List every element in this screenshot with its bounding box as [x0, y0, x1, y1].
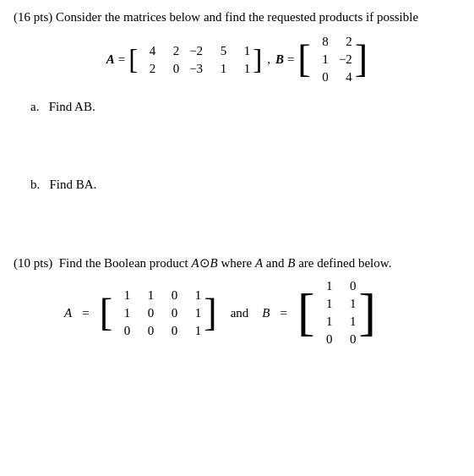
- bracket-left-a: [: [128, 46, 138, 74]
- p2-bracket-left-a: [: [100, 293, 113, 333]
- equals-sign-a: =: [118, 52, 125, 67]
- problem1-header-text: (16 pts) Consider the matrices below and…: [14, 10, 418, 24]
- matrix-a-label: A: [106, 52, 115, 67]
- a-r2c3: −3: [188, 60, 203, 78]
- a-r1c1: 4: [140, 42, 155, 60]
- p2-matrix-a-label: A: [64, 306, 72, 320]
- p2-b-r1c1: 1: [317, 277, 332, 295]
- a-r1c5: 1: [235, 42, 250, 60]
- p2-b-row2: 1 1: [317, 295, 356, 313]
- p2-b-row1: 1 0: [317, 277, 356, 295]
- p2-matrix-a: [ 1 1 0 1 1 0 0 1 0 0 0 1 ]: [100, 287, 217, 340]
- b-r3c2: 4: [337, 68, 352, 86]
- matrix-b-row-3: 0 4: [313, 68, 352, 86]
- a-r2c1: 2: [140, 60, 155, 78]
- p2-a-r3c2: 0: [139, 322, 154, 340]
- part-a-letter: a. Find AB.: [30, 100, 95, 113]
- problem2-matrices: A = [ 1 1 0 1 1 0 0 1 0 0 0 1 ]: [64, 277, 460, 348]
- b-r1c2: 2: [337, 33, 352, 51]
- p2-b-r4c1: 0: [317, 331, 332, 348]
- p2-b-r3c2: 1: [341, 313, 356, 331]
- p2-bracket-right-b: ]: [358, 287, 375, 339]
- part-b: b. Find BA.: [30, 178, 460, 192]
- p2-matrix-b-label: B: [262, 306, 270, 320]
- part-a-label: a. Find AB.: [30, 100, 460, 114]
- p2-a-r3c4: 1: [186, 322, 201, 340]
- matrix-b-rows: 8 2 1 −2 0 4: [313, 33, 352, 86]
- p2-matrix-b-rows: 1 0 1 1 1 1 0 0: [317, 277, 356, 348]
- matrix-a: [ 4 2 −2 5 1 2 0 −3 1 1 ]: [128, 42, 262, 78]
- p2-a-row1: 1 1 0 1: [115, 287, 201, 304]
- matrix-b-label: B: [275, 52, 284, 67]
- problem1-header: (16 pts) Consider the matrices below and…: [14, 10, 460, 25]
- p2-bracket-right-a: ]: [204, 293, 217, 333]
- p2-matrix-a-rows: 1 1 0 1 1 0 0 1 0 0 0 1: [115, 287, 201, 340]
- comma-separator: ,: [267, 52, 270, 67]
- equals-sign-b: =: [287, 52, 294, 67]
- p2-a-row3: 0 0 0 1: [115, 322, 201, 340]
- p2-a-r2c2: 0: [139, 304, 154, 322]
- p2-b-r2c2: 1: [341, 295, 356, 313]
- problem2-header-text: (10 pts) Find the Boolean product A⊙B wh…: [14, 256, 391, 270]
- p2-b-r2c1: 1: [317, 295, 332, 313]
- p2-a-r1c3: 0: [162, 287, 177, 304]
- p2-a-r1c2: 1: [139, 287, 154, 304]
- b-r1c1: 8: [313, 33, 329, 51]
- p2-a-r2c4: 1: [186, 304, 201, 322]
- problem2-header: (10 pts) Find the Boolean product A⊙B wh…: [14, 255, 460, 271]
- p2-matrix-b: [ 1 0 1 1 1 1 0 0 ]: [297, 277, 376, 348]
- b-r2c1: 1: [313, 51, 329, 68]
- matrix-a-rows: 4 2 −2 5 1 2 0 −3 1 1: [140, 42, 250, 78]
- a-r1c4: 5: [211, 42, 226, 60]
- p2-b-r1c2: 0: [341, 277, 356, 295]
- p2-b-row3: 1 1: [317, 313, 356, 331]
- p2-equals-b: =: [280, 306, 286, 320]
- bracket-right-b: ]: [355, 40, 368, 79]
- a-r2c2: 0: [164, 60, 179, 78]
- bracket-left-b: [: [297, 40, 311, 79]
- a-r1c2: 2: [164, 42, 179, 60]
- matrix-a-row-1: 4 2 −2 5 1: [140, 42, 250, 60]
- p2-b-r4c2: 0: [341, 331, 356, 348]
- p2-bracket-left-b: [: [297, 287, 314, 339]
- p2-a-row2: 1 0 0 1: [115, 304, 201, 322]
- part-b-letter: b. Find BA.: [30, 178, 96, 191]
- part-b-label: b. Find BA.: [30, 178, 460, 192]
- p2-a-r2c1: 1: [115, 304, 130, 322]
- matrix-b-row-1: 8 2: [313, 33, 352, 51]
- p2-a-r1c1: 1: [115, 287, 130, 304]
- problem1-matrices: A = [ 4 2 −2 5 1 2 0 −3 1 1 ] , B = [: [14, 33, 460, 86]
- p2-a-r2c3: 0: [162, 304, 177, 322]
- matrix-a-row-2: 2 0 −3 1 1: [140, 60, 250, 78]
- part-a: a. Find AB.: [30, 100, 460, 114]
- and-text: and: [231, 306, 249, 320]
- matrix-b-row-2: 1 −2: [313, 51, 352, 68]
- b-r2c2: −2: [337, 51, 352, 68]
- p2-a-r1c4: 1: [186, 287, 201, 304]
- a-r2c4: 1: [211, 60, 226, 78]
- a-r2c5: 1: [235, 60, 250, 78]
- matrix-b: [ 8 2 1 −2 0 4 ]: [297, 33, 368, 86]
- p2-b-row4: 0 0: [317, 331, 356, 348]
- p2-b-r3c1: 1: [317, 313, 332, 331]
- a-r1c3: −2: [188, 42, 203, 60]
- p2-a-r3c3: 0: [162, 322, 177, 340]
- bracket-right-a: ]: [253, 46, 262, 74]
- p2-a-r3c1: 0: [115, 322, 130, 340]
- b-r3c1: 0: [313, 68, 329, 86]
- p2-equals-a: =: [82, 306, 89, 320]
